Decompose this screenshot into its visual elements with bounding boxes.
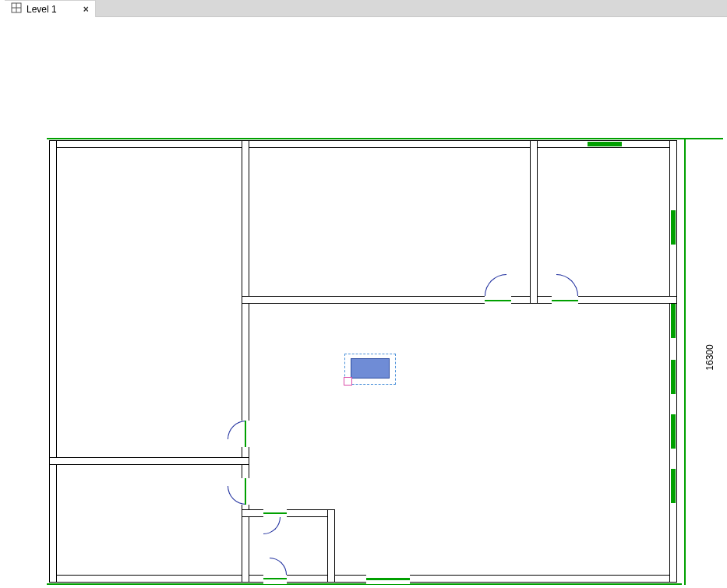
wall-closet-top[interactable]: [242, 509, 335, 517]
door-swing-1[interactable]: [485, 274, 506, 296]
wall-outer-bottom[interactable]: [49, 575, 677, 583]
view-tab-label: Level 1: [26, 4, 57, 15]
window-top-1[interactable]: [588, 142, 622, 146]
site-boundary-right: [684, 138, 686, 585]
door-threshold-1: [485, 300, 511, 301]
wall-left-split[interactable]: [49, 457, 249, 465]
door-swing-5[interactable]: [263, 517, 281, 534]
selected-furniture[interactable]: [351, 358, 390, 379]
door-swing-4[interactable]: [228, 486, 246, 505]
window-right-4[interactable]: [671, 414, 676, 449]
door-threshold-7: [366, 578, 410, 580]
window-right-5[interactable]: [671, 469, 676, 503]
door-threshold-5: [263, 512, 287, 514]
door-swing-6[interactable]: [270, 558, 287, 575]
dimension-right: 16300: [704, 344, 715, 370]
door-threshold-2: [552, 300, 578, 301]
door-swing-2[interactable]: [556, 274, 578, 296]
door-threshold-3: [245, 421, 246, 447]
door-threshold-6: [263, 578, 287, 579]
wall-outer-top[interactable]: [49, 140, 677, 148]
window-right-1[interactable]: [671, 210, 676, 245]
window-right-2[interactable]: [671, 304, 676, 338]
wall-top-right-divider[interactable]: [530, 140, 538, 304]
tabbar-inactive-area[interactable]: [96, 0, 727, 17]
view-tab-bar: Level 1 ×: [0, 0, 727, 17]
view-tab-level1[interactable]: Level 1 ×: [5, 0, 96, 17]
floorplan-view-icon: [11, 2, 22, 16]
close-icon[interactable]: ×: [83, 4, 89, 15]
door-gap-6: [263, 575, 287, 584]
wall-outer-left[interactable]: [49, 140, 57, 583]
door-threshold-4: [245, 478, 246, 505]
door-swing-3[interactable]: [228, 421, 246, 439]
wall-closet-right[interactable]: [327, 509, 335, 583]
site-boundary-bottom: [47, 583, 682, 585]
site-boundary-top: [47, 138, 723, 139]
wall-mid-horizontal[interactable]: [242, 296, 677, 304]
window-right-3[interactable]: [671, 360, 676, 394]
selection-rotate-handle[interactable]: [344, 377, 352, 386]
drawing-canvas[interactable]: 16300: [0, 17, 727, 588]
